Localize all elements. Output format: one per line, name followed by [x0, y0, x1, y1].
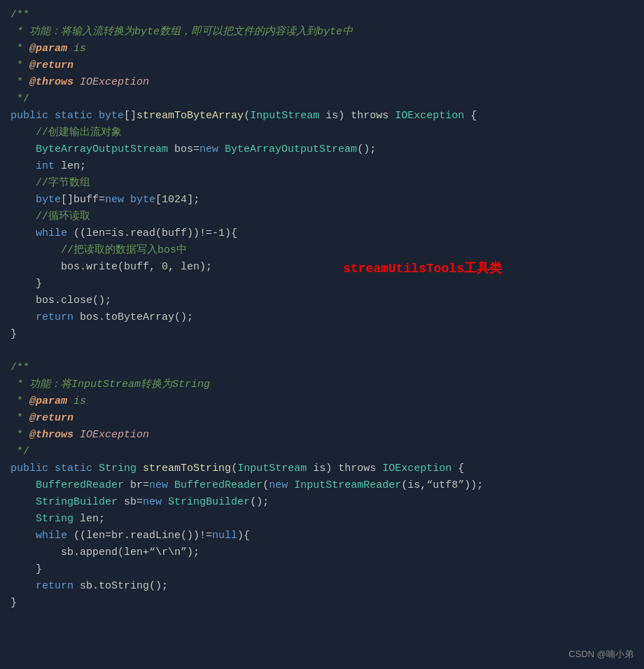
code-token: //字节数组 [10, 177, 90, 189]
code-token [10, 143, 36, 155]
code-line: return sb.toString(); [7, 578, 644, 595]
code-token: @return [29, 59, 74, 71]
code-token [48, 463, 55, 474]
code-token [48, 110, 55, 122]
code-line: //字节数组 [7, 175, 644, 192]
code-token: /** [10, 9, 29, 21]
code-token: [] [124, 110, 136, 122]
code-token: ]; [187, 194, 200, 206]
code-token: //创建输出流对象 [10, 127, 122, 139]
code-token [10, 227, 36, 239]
code-line: public static String streamToString(Inpu… [7, 460, 644, 477]
code-token: * [10, 59, 29, 71]
code-token: 0 [162, 261, 168, 273]
code-token: */ [10, 93, 29, 105]
code-token: byte [130, 194, 155, 206]
code-token: String [172, 379, 210, 390]
code-token: (); [250, 496, 269, 508]
code-token: ((len=br.readLine())!= [67, 530, 212, 542]
code-token: * 功能：将 [10, 379, 71, 390]
code-token: new [200, 143, 218, 155]
code-token: while [36, 227, 67, 239]
code-token [288, 479, 294, 491]
code-line: int len; [7, 158, 644, 175]
code-line: } [7, 595, 644, 612]
code-token: new [269, 479, 288, 491]
code-token: , len); [168, 261, 212, 273]
code-token: public [10, 463, 48, 474]
code-line: */ [7, 444, 644, 460]
code-token: throws [351, 110, 388, 122]
code-token: BufferedReader [174, 479, 262, 491]
code-line: */ [7, 91, 644, 108]
code-token: * [10, 429, 29, 441]
code-token: InputStreamReader [294, 479, 401, 491]
code-token [10, 513, 36, 525]
code-line: /** [7, 360, 644, 376]
code-token [124, 194, 130, 206]
code-line [7, 343, 644, 360]
code-token: * [10, 412, 29, 424]
code-container: /** * 功能：将输入流转换为byte数组，即可以把文件的内容读入到byte中… [0, 0, 644, 669]
code-token: 数组，即可以把文件的内容读入到 [160, 26, 317, 38]
code-line: } [7, 276, 644, 293]
code-token: 1024 [162, 194, 187, 206]
code-token: BufferedReader [36, 479, 124, 491]
code-token: //循环读取 [10, 211, 90, 223]
code-line: bos.write(buff, 0, len); [7, 259, 644, 276]
code-line: StringBuilder sb=new StringBuilder(); [7, 494, 644, 511]
code-token: ( [244, 110, 250, 122]
code-token: InputStream [250, 110, 319, 122]
code-token [10, 580, 36, 592]
code-token: bos.close(); [10, 295, 111, 307]
code-token: ((len=is.read(buff))!=- [67, 227, 218, 239]
code-token: */ [10, 446, 29, 458]
code-token [92, 110, 99, 122]
code-token: IOException [74, 429, 149, 441]
code-token: 转换为 [141, 379, 172, 390]
code-token [136, 463, 143, 474]
code-token: @throws [29, 76, 74, 88]
code-token: } [10, 597, 17, 609]
code-token: streamToByteArray [136, 110, 244, 122]
code-token: br= [124, 479, 149, 491]
code-line: public static byte[]streamToByteArray(In… [7, 108, 644, 125]
code-token: ( [262, 479, 269, 491]
code-token: (); [357, 143, 376, 155]
code-token: { [464, 110, 477, 122]
code-line: //把读取的数据写入bos中 [7, 242, 644, 259]
code-token [162, 496, 168, 508]
code-line: * @return [7, 410, 644, 427]
code-line: ByteArrayOutputStream bos=new ByteArrayO… [7, 141, 644, 158]
code-token: is [67, 43, 86, 55]
code-token: len; [74, 513, 105, 525]
code-line: byte[]buff=new byte[1024]; [7, 192, 644, 209]
code-token: (is,“utf8”)); [401, 479, 483, 491]
code-token: public [10, 110, 48, 122]
code-line: while ((len=br.readLine())!=null){ [7, 528, 644, 544]
code-token: ( [231, 463, 237, 474]
code-token: is [67, 395, 86, 407]
code-token: sb= [118, 496, 143, 508]
code-line: } [7, 326, 644, 343]
code-line: * @throws IOException [7, 427, 644, 444]
code-token: bos.write(buff, [10, 261, 162, 273]
code-token: 1 [218, 227, 225, 239]
code-line: while ((len=is.read(buff))!=-1){ [7, 225, 644, 242]
code-token: sb.toString(); [74, 580, 168, 592]
code-token: StringBuilder [36, 496, 118, 508]
code-token [10, 530, 36, 542]
code-token: int [36, 160, 55, 172]
watermark: CSDN @喃小弟 [568, 647, 634, 662]
code-token: throws [338, 463, 376, 474]
code-line: * @param is [7, 41, 644, 57]
code-token: * [10, 43, 29, 55]
code-token: * [10, 395, 29, 407]
code-line: BufferedReader br=new BufferedReader(new… [7, 477, 644, 494]
code-token: InputStream [237, 463, 307, 474]
code-token: is) [307, 463, 338, 474]
code-token: static [55, 110, 92, 122]
code-token: { [451, 463, 464, 474]
code-token: while [36, 530, 67, 542]
code-token: []buff= [61, 194, 105, 206]
